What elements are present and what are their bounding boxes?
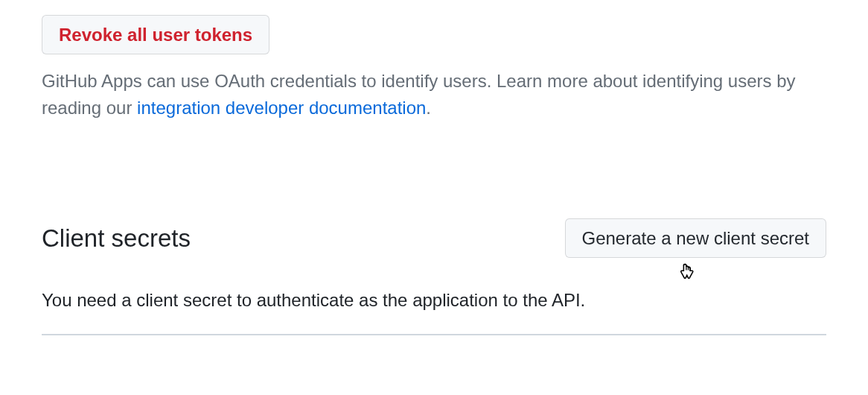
- client-secret-helper-text: You need a client secret to authenticate…: [42, 288, 826, 313]
- generate-client-secret-button[interactable]: Generate a new client secret: [565, 218, 827, 258]
- docs-link[interactable]: integration developer documentation: [137, 98, 426, 118]
- revoke-description: GitHub Apps can use OAuth credentials to…: [42, 68, 826, 121]
- divider: [42, 334, 826, 335]
- section-header: Client secrets Generate a new client sec…: [42, 218, 826, 258]
- revoke-description-post: .: [426, 98, 431, 118]
- revoke-tokens-button[interactable]: Revoke all user tokens: [42, 15, 269, 54]
- client-secrets-section: Client secrets Generate a new client sec…: [42, 218, 826, 335]
- client-secrets-heading: Client secrets: [42, 224, 191, 253]
